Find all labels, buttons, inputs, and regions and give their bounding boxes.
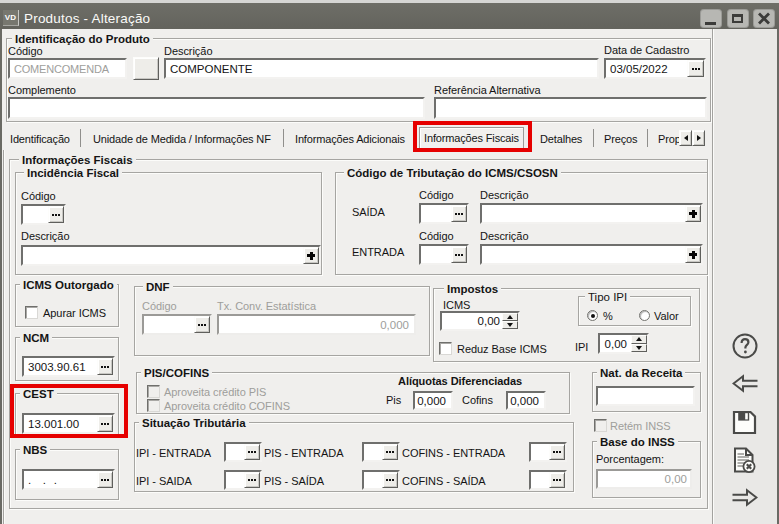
data-cadastro-ellipsis-button[interactable] bbox=[687, 60, 704, 77]
ipi-field[interactable]: 0,00 bbox=[598, 333, 649, 354]
arrow-down-icon bbox=[507, 323, 513, 327]
tipo-ipi-valor-radio[interactable] bbox=[639, 310, 650, 321]
tipo-ipi-valor-label: Valor bbox=[654, 310, 679, 322]
save-button[interactable] bbox=[732, 410, 757, 435]
cofins-entrada-ellipsis-button[interactable] bbox=[549, 444, 565, 460]
codigo-browse-button[interactable] bbox=[133, 57, 159, 80]
plus-icon: + bbox=[689, 251, 697, 259]
ipi-entrada-field[interactable] bbox=[224, 442, 262, 462]
help-button[interactable] bbox=[732, 333, 758, 359]
entrada-codigo-field[interactable] bbox=[419, 244, 469, 265]
titlebar[interactable]: VD Produtos - Alteração bbox=[0, 3, 779, 29]
tipo-ipi-percent-radio[interactable] bbox=[587, 310, 598, 321]
tab-scroll-left-button[interactable] bbox=[679, 130, 692, 146]
base-inss-title: Base do INSS bbox=[597, 436, 678, 448]
descricao-field[interactable]: COMPONENTE bbox=[164, 58, 599, 79]
situacao-tributaria-title: Situação Tributária bbox=[139, 417, 249, 429]
nbs-ellipsis-button[interactable] bbox=[97, 471, 113, 488]
ipi-entrada-label: IPI - ENTRADA bbox=[136, 447, 211, 459]
entrada-descricao-field[interactable]: + bbox=[480, 244, 703, 265]
pis-saida-ellipsis-button[interactable] bbox=[382, 472, 398, 488]
cancel-button[interactable] bbox=[732, 447, 757, 473]
plus-icon: + bbox=[689, 210, 697, 218]
tab-precos[interactable]: Preços bbox=[604, 133, 637, 145]
icms-field[interactable]: 0,00 bbox=[440, 311, 520, 331]
aliquotas-cofins-field[interactable]: 0,000 bbox=[506, 391, 546, 410]
reduz-base-icms-label: Reduz Base ICMS bbox=[457, 343, 547, 355]
ellipsis-icon bbox=[553, 479, 555, 481]
pis-entrada-ellipsis-button[interactable] bbox=[382, 444, 398, 460]
window-left-border bbox=[0, 29, 2, 524]
apurar-icms-checkbox[interactable] bbox=[25, 306, 38, 319]
spin-down-button[interactable] bbox=[631, 344, 647, 353]
icms-spinner[interactable] bbox=[502, 313, 518, 329]
cofins-saida-field[interactable] bbox=[529, 470, 567, 490]
incidencia-codigo-ellipsis-button[interactable] bbox=[48, 206, 64, 223]
icms-label: ICMS bbox=[443, 299, 470, 311]
referencia-alternativa-field[interactable] bbox=[434, 97, 707, 119]
saida-codigo-field[interactable] bbox=[419, 203, 469, 224]
tab-unidade-medida[interactable]: Unidade de Medida / Informações NF bbox=[93, 133, 271, 145]
ellipsis-icon bbox=[386, 451, 388, 453]
ncm-value: 3003.90.61 bbox=[28, 361, 86, 373]
cofins-entrada-field[interactable] bbox=[529, 442, 567, 462]
arrow-up-icon bbox=[507, 315, 513, 319]
ipi-saida-field[interactable] bbox=[224, 470, 262, 490]
dnf-codigo-ellipsis-button[interactable] bbox=[194, 316, 210, 333]
previous-button[interactable] bbox=[732, 374, 758, 393]
nbs-field[interactable]: . . . bbox=[22, 469, 115, 490]
incidencia-descricao-field[interactable]: + bbox=[21, 245, 321, 266]
saida-codigo-ellipsis-button[interactable] bbox=[451, 205, 467, 222]
close-button[interactable] bbox=[753, 9, 775, 28]
aproveita-credito-pis-checkbox[interactable] bbox=[147, 385, 160, 398]
pis-entrada-field[interactable] bbox=[362, 442, 400, 462]
entrada-descricao-dropdown-button[interactable]: + bbox=[685, 246, 701, 263]
tab-identificacao[interactable]: Identificação bbox=[10, 133, 70, 145]
spin-up-button[interactable] bbox=[631, 335, 647, 344]
nat-receita-field[interactable] bbox=[596, 386, 695, 406]
incidencia-codigo-field[interactable] bbox=[21, 204, 66, 225]
ncm-field[interactable]: 3003.90.61 bbox=[22, 356, 115, 377]
porcentagem-field[interactable]: 0,00 bbox=[596, 469, 692, 489]
tab-highlight-annotation bbox=[413, 121, 532, 152]
ipi-entrada-ellipsis-button[interactable] bbox=[244, 444, 260, 460]
tipo-ipi-percent-label: % bbox=[603, 310, 613, 322]
porcentagem-label: Porcentagem: bbox=[596, 453, 664, 465]
maximize-button[interactable] bbox=[727, 9, 749, 28]
saida-descricao-dropdown-button[interactable]: + bbox=[685, 205, 701, 222]
aproveita-credito-cofins-checkbox[interactable] bbox=[147, 399, 160, 412]
next-button[interactable] bbox=[732, 488, 758, 507]
minimize-button[interactable] bbox=[700, 9, 722, 28]
ellipsis-icon bbox=[248, 479, 250, 481]
ellipsis-icon bbox=[101, 366, 103, 368]
tab-informacoes-adicionais[interactable]: Informações Adicionais bbox=[295, 133, 405, 145]
aliquotas-pis-field[interactable]: 0,000 bbox=[413, 391, 453, 410]
pis-saida-field[interactable] bbox=[362, 470, 400, 490]
data-cadastro-label: Data de Cadastro bbox=[604, 44, 689, 56]
spin-down-button[interactable] bbox=[502, 321, 518, 329]
tab-scroll-right-button[interactable] bbox=[692, 130, 705, 146]
dnf-tx-field[interactable]: 0,000 bbox=[217, 314, 416, 335]
dnf-tx-label: Tx. Conv. Estatística bbox=[217, 300, 316, 312]
ncm-ellipsis-button[interactable] bbox=[97, 358, 113, 375]
codigo-field[interactable]: COMENCOMENDA bbox=[8, 58, 127, 79]
cofins-saida-ellipsis-button[interactable] bbox=[549, 472, 565, 488]
complemento-field[interactable] bbox=[8, 97, 425, 119]
tab-detalhes[interactable]: Detalhes bbox=[540, 133, 582, 145]
tributacao-entrada-codigo-label: Código bbox=[419, 230, 454, 242]
spin-up-button[interactable] bbox=[502, 313, 518, 321]
incidencia-descricao-dropdown-button[interactable]: + bbox=[303, 247, 319, 264]
tributacao-entrada-descricao-label: Descrição bbox=[480, 230, 528, 242]
data-cadastro-field[interactable]: 03/05/2022 bbox=[604, 58, 706, 79]
retem-inss-checkbox[interactable] bbox=[594, 419, 607, 432]
reduz-base-icms-checkbox[interactable] bbox=[439, 342, 452, 355]
dnf-codigo-field[interactable] bbox=[142, 314, 212, 335]
saida-descricao-field[interactable]: + bbox=[480, 203, 703, 224]
ipi-saida-ellipsis-button[interactable] bbox=[244, 472, 260, 488]
ellipsis-icon bbox=[101, 479, 103, 481]
tributacao-saida-codigo-label: Código bbox=[419, 189, 454, 201]
ellipsis-icon bbox=[455, 213, 457, 215]
tab-propriedades[interactable]: Prop bbox=[658, 133, 679, 145]
entrada-codigo-ellipsis-button[interactable] bbox=[451, 246, 467, 263]
ipi-spinner[interactable] bbox=[631, 335, 647, 352]
